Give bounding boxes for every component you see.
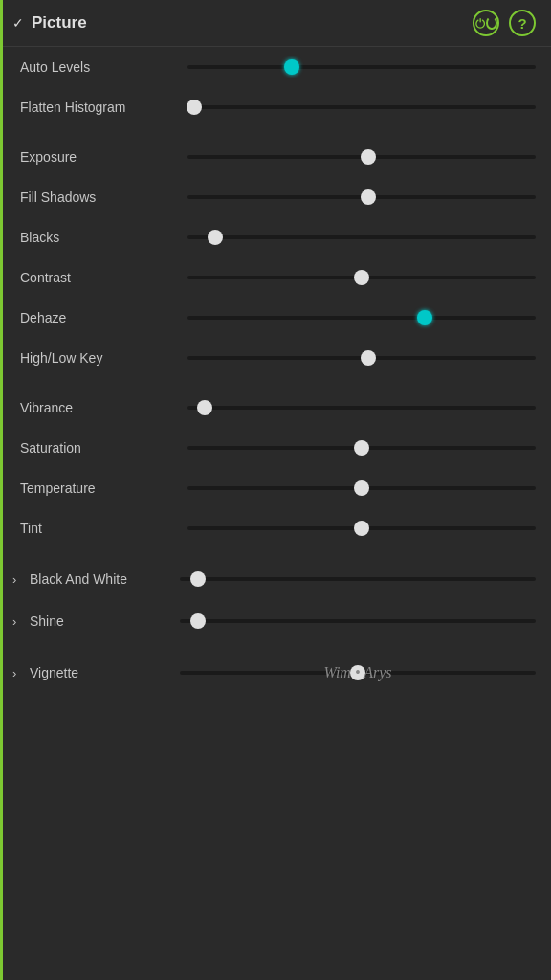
blacks-track — [187, 235, 536, 239]
temperature-thumb[interactable] — [354, 480, 369, 496]
shine-track — [180, 619, 536, 623]
slider-row-fill-shadows: Fill Shadows — [3, 177, 551, 217]
shine-track-wrap — [180, 612, 536, 631]
panel-collapse-chevron[interactable]: ✓ — [12, 15, 24, 31]
auto-levels-track — [187, 65, 536, 69]
black-and-white-track — [180, 577, 536, 581]
slider-row-vibrance: Vibrance — [3, 388, 551, 428]
section-row-shine: › Shine — [3, 600, 551, 642]
vignette-watermark-area: Wim • Arys — [180, 663, 536, 682]
slider-row-tint: Tint — [3, 508, 551, 548]
blacks-track-wrap — [187, 228, 536, 247]
tint-label: Tint — [20, 521, 187, 536]
high-low-key-track-wrap — [187, 348, 536, 368]
tint-track-wrap — [187, 519, 536, 538]
fill-shadows-label: Fill Shadows — [20, 189, 187, 205]
shine-chevron[interactable]: › — [12, 614, 30, 629]
saturation-track — [187, 446, 536, 450]
slider-row-temperature: Temperature — [3, 468, 551, 508]
vibrance-label: Vibrance — [20, 400, 187, 415]
header-left: ✓ Picture — [12, 13, 87, 33]
slider-row-blacks: Blacks — [3, 217, 551, 257]
vibrance-thumb[interactable] — [197, 400, 212, 415]
flatten-histogram-track — [187, 105, 536, 109]
slider-row-flatten-histogram: Flatten Histogram — [3, 87, 551, 127]
shine-thumb[interactable] — [190, 613, 206, 629]
fill-shadows-track — [187, 195, 536, 199]
contrast-thumb[interactable] — [354, 270, 369, 285]
divider-3 — [3, 548, 551, 558]
high-low-key-label: High/Low Key — [20, 350, 187, 366]
dehaze-label: Dehaze — [20, 310, 187, 325]
header-icons: ? — [473, 10, 536, 36]
flatten-histogram-thumb[interactable] — [187, 100, 202, 115]
auto-levels-track-wrap — [187, 57, 536, 77]
dehaze-track — [187, 316, 536, 320]
exposure-label: Exposure — [20, 149, 187, 165]
tint-thumb[interactable] — [354, 521, 369, 536]
black-and-white-thumb[interactable] — [190, 571, 206, 587]
exposure-track-wrap — [187, 147, 536, 167]
slider-row-auto-levels: Auto Levels — [3, 47, 551, 87]
blacks-label: Blacks — [20, 230, 187, 245]
dehaze-thumb[interactable] — [417, 310, 432, 325]
panel-header: ✓ Picture ? — [3, 0, 551, 47]
section-row-black-and-white: › Black And White — [3, 558, 551, 600]
contrast-track-wrap — [187, 268, 536, 287]
fill-shadows-thumb[interactable] — [361, 189, 376, 205]
temperature-label: Temperature — [20, 480, 187, 496]
saturation-label: Saturation — [20, 440, 187, 456]
high-low-key-thumb[interactable] — [361, 350, 376, 366]
vignette-track — [180, 671, 536, 675]
auto-levels-thumb[interactable] — [284, 59, 299, 75]
divider-1 — [3, 127, 551, 137]
divider-4 — [3, 642, 551, 652]
saturation-thumb[interactable] — [354, 440, 369, 456]
panel-title: Picture — [32, 13, 87, 33]
vignette-label: Vignette — [30, 665, 180, 680]
picture-panel: ✓ Picture ? Auto Levels Flatten Histogra… — [0, 0, 551, 980]
black-and-white-track-wrap — [180, 569, 536, 589]
high-low-key-track — [187, 356, 536, 360]
temperature-track — [187, 486, 536, 490]
flatten-histogram-label: Flatten Histogram — [20, 100, 187, 115]
exposure-thumb[interactable] — [361, 149, 376, 165]
help-label: ? — [518, 15, 526, 32]
black-and-white-label: Black And White — [30, 571, 180, 587]
shine-label: Shine — [30, 613, 180, 629]
contrast-track — [187, 276, 536, 279]
flatten-histogram-track-wrap — [187, 98, 536, 117]
vibrance-track-wrap — [187, 398, 536, 417]
vignette-chevron[interactable]: › — [12, 666, 30, 680]
black-and-white-chevron[interactable]: › — [12, 572, 30, 587]
divider-2 — [3, 378, 551, 388]
blacks-thumb[interactable] — [208, 230, 223, 245]
slider-row-exposure: Exposure — [3, 137, 551, 177]
vibrance-track — [187, 406, 536, 410]
slider-row-dehaze: Dehaze — [3, 298, 551, 338]
slider-row-high-low-key: High/Low Key — [3, 338, 551, 378]
vignette-thumb[interactable] — [350, 665, 365, 680]
fill-shadows-track-wrap — [187, 188, 536, 207]
contrast-label: Contrast — [20, 270, 187, 285]
section-row-vignette: › Vignette Wim • Arys — [3, 652, 551, 694]
slider-row-saturation: Saturation — [3, 428, 551, 468]
power-icon[interactable] — [473, 10, 499, 36]
help-icon[interactable]: ? — [509, 10, 536, 36]
saturation-track-wrap — [187, 438, 536, 457]
dehaze-track-wrap — [187, 308, 536, 327]
slider-row-contrast: Contrast — [3, 257, 551, 298]
auto-levels-label: Auto Levels — [20, 59, 187, 75]
tint-track — [187, 526, 536, 530]
exposure-track — [187, 155, 536, 159]
temperature-track-wrap — [187, 479, 536, 498]
